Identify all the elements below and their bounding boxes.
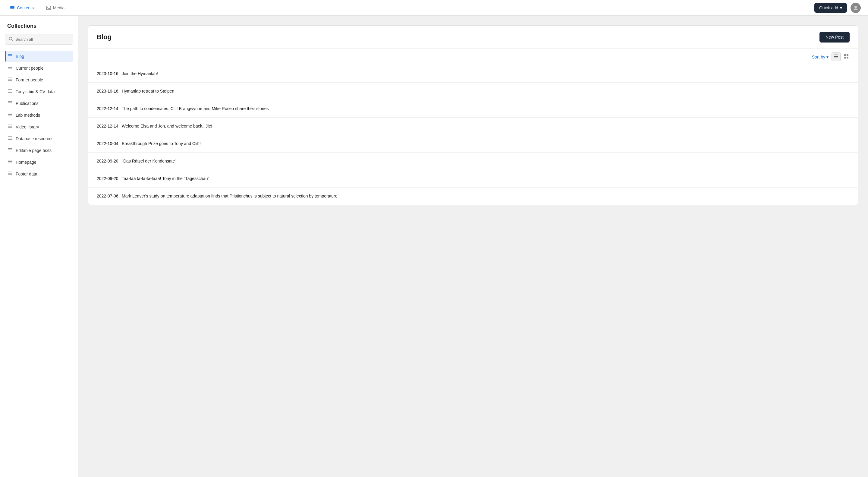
post-item[interactable]: 2022-12-14 | The path to condensates: Cl… — [88, 100, 858, 118]
svg-rect-35 — [8, 151, 12, 152]
svg-rect-16 — [8, 79, 12, 80]
svg-rect-27 — [8, 125, 12, 125]
sidebar-item-database-resources[interactable]: Database resources — [5, 133, 73, 144]
sidebar-item-lab-methods[interactable]: Lab methods — [5, 110, 73, 121]
svg-rect-3 — [10, 10, 13, 10]
contents-icon — [10, 5, 15, 10]
post-title: 2022-12-14 | The path to condensates: Cl… — [97, 106, 269, 112]
post-item[interactable]: 2023-10-16 | Join the Hymanlab! — [88, 65, 858, 83]
post-title: 2022-09-20 | Taa-taa ta-ta-ta-taaa! Tony… — [97, 176, 209, 182]
sidebar-item-tonys-bio[interactable]: Tony's bio & CV data — [5, 86, 73, 97]
svg-point-5 — [47, 7, 48, 7]
svg-line-8 — [12, 40, 13, 41]
svg-rect-37 — [8, 161, 12, 162]
sidebar-item-label: Publications — [16, 101, 38, 106]
sidebar-item-current-people[interactable]: Current people — [5, 62, 73, 73]
sidebar-item-publications[interactable]: Publications — [5, 98, 73, 109]
top-nav-left: Contents Media — [7, 3, 67, 12]
svg-rect-39 — [8, 172, 12, 173]
nav-contents-label: Contents — [17, 5, 34, 10]
sidebar-item-former-people[interactable]: Former people — [5, 74, 73, 85]
post-item[interactable]: 2022-09-20 | "Das Rätsel der Kondensate" — [88, 153, 858, 170]
sort-by-button[interactable]: Sort by ▾ — [812, 55, 829, 59]
svg-rect-33 — [8, 148, 12, 149]
post-title: 2022-09-20 | "Das Rätsel der Kondensate" — [97, 158, 176, 164]
blog-title: Blog — [97, 33, 112, 41]
svg-rect-28 — [8, 126, 12, 127]
media-icon — [46, 5, 51, 10]
svg-rect-44 — [834, 58, 838, 58]
svg-rect-10 — [8, 56, 12, 56]
main-layout: Collections Blog — [0, 16, 868, 477]
list-icon — [8, 112, 13, 118]
svg-rect-26 — [8, 116, 12, 116]
svg-rect-14 — [8, 69, 12, 69]
svg-rect-30 — [8, 137, 12, 137]
list-icon — [8, 65, 13, 71]
svg-rect-19 — [8, 91, 12, 91]
quick-add-chevron: ▾ — [840, 5, 842, 10]
list-view-button[interactable] — [832, 53, 841, 61]
quick-add-label: Quick add — [819, 5, 838, 10]
list-icon — [8, 159, 13, 165]
sidebar-item-label: Lab methods — [16, 113, 40, 118]
svg-rect-12 — [8, 66, 12, 67]
blog-panel: Blog New Post Sort by ▾ — [88, 25, 858, 205]
sidebar-item-footer-data[interactable]: Footer data — [5, 168, 73, 179]
nav-media[interactable]: Media — [43, 3, 67, 12]
sidebar-item-blog[interactable]: Blog — [5, 51, 73, 62]
nav-media-label: Media — [53, 5, 64, 10]
svg-rect-13 — [8, 67, 12, 68]
svg-rect-29 — [8, 127, 12, 128]
sidebar-item-label: Homepage — [16, 160, 36, 165]
view-toggle — [832, 53, 851, 61]
svg-rect-21 — [8, 101, 12, 102]
sort-bar: Sort by ▾ — [88, 49, 858, 65]
post-item[interactable]: 2022-09-20 | Taa-taa ta-ta-ta-taaa! Tony… — [88, 170, 858, 187]
svg-rect-11 — [8, 57, 12, 58]
new-post-button[interactable]: New Post — [819, 32, 849, 42]
user-avatar[interactable] — [850, 3, 861, 13]
nav-contents[interactable]: Contents — [7, 3, 36, 12]
sidebar-item-label: Blog — [16, 54, 24, 59]
post-item[interactable]: 2023-10-16 | Hymanlab retreat to Stolpen — [88, 83, 858, 100]
sidebar-item-label: Editable page texts — [16, 148, 52, 153]
sidebar-item-label: Current people — [16, 66, 44, 70]
quick-add-button[interactable]: Quick add ▾ — [814, 3, 847, 13]
svg-point-6 — [855, 6, 857, 8]
svg-rect-48 — [846, 57, 848, 59]
sidebar-item-homepage[interactable]: Homepage — [5, 156, 73, 168]
svg-rect-17 — [8, 81, 12, 81]
post-title: 2023-10-16 | Hymanlab retreat to Stolpen — [97, 88, 174, 94]
sort-chevron-icon: ▾ — [827, 55, 829, 59]
sidebar-item-editable-page-texts[interactable]: Editable page texts — [5, 145, 73, 156]
svg-rect-2 — [10, 8, 14, 9]
svg-rect-22 — [8, 102, 12, 103]
svg-rect-43 — [834, 56, 838, 57]
list-icon — [8, 89, 13, 94]
search-input[interactable] — [16, 37, 69, 41]
svg-rect-24 — [8, 113, 12, 114]
top-nav: Contents Media Quick add ▾ — [0, 0, 868, 16]
list-icon — [8, 53, 13, 59]
svg-rect-32 — [8, 139, 12, 140]
svg-rect-9 — [8, 54, 12, 55]
svg-rect-31 — [8, 138, 12, 139]
grid-view-button[interactable] — [842, 53, 851, 61]
list-icon — [8, 171, 13, 177]
post-item[interactable]: 2022-12-14 | Welcome Elsa and Jon, and w… — [88, 118, 858, 135]
list-icon — [8, 136, 13, 141]
svg-rect-4 — [46, 6, 51, 10]
svg-rect-25 — [8, 114, 12, 115]
svg-rect-42 — [834, 55, 838, 55]
post-item[interactable]: 2022-07-06 | Mark Leaver's study on temp… — [88, 187, 858, 205]
sort-by-label: Sort by — [812, 55, 825, 59]
sidebar-title: Collections — [5, 23, 73, 29]
svg-rect-23 — [8, 104, 12, 105]
svg-rect-40 — [8, 173, 12, 174]
post-item[interactable]: 2022-10-04 | Breakthrough Prize goes to … — [88, 135, 858, 153]
post-title: 2022-10-04 | Breakthrough Prize goes to … — [97, 141, 201, 147]
svg-rect-20 — [8, 92, 12, 93]
sidebar-item-video-library[interactable]: Video library — [5, 121, 73, 132]
sidebar-item-label: Database resources — [16, 136, 53, 141]
